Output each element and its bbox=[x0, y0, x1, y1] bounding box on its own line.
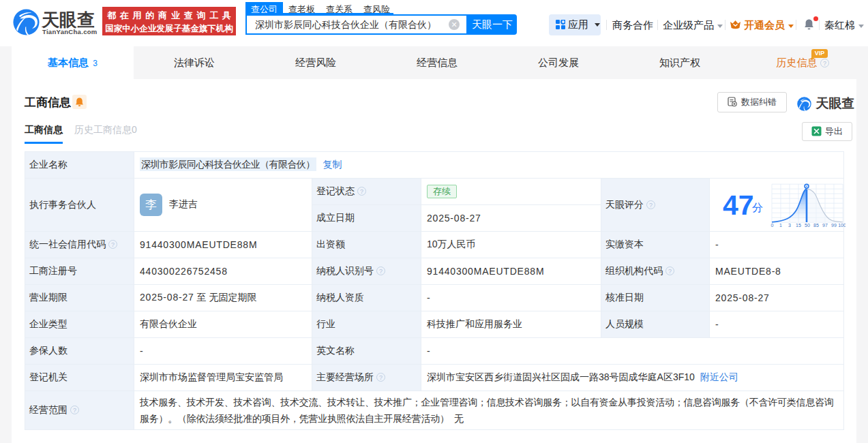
svg-text:?: ? bbox=[668, 268, 672, 275]
svg-text:?: ? bbox=[379, 374, 383, 381]
svg-text:?: ? bbox=[360, 188, 363, 195]
svg-text:99: 99 bbox=[831, 223, 837, 228]
svg-text:3: 3 bbox=[788, 223, 791, 228]
svg-text:50: 50 bbox=[805, 223, 810, 228]
svg-text:?: ? bbox=[73, 407, 76, 414]
svg-text:97: 97 bbox=[822, 223, 828, 228]
svg-text:?: ? bbox=[111, 241, 115, 248]
svg-text:?: ? bbox=[379, 268, 383, 275]
svg-text:?: ? bbox=[649, 201, 653, 208]
svg-text:1: 1 bbox=[779, 223, 782, 228]
svg-text:?: ? bbox=[822, 60, 826, 67]
svg-text:100: 100 bbox=[838, 223, 845, 228]
svg-text:0: 0 bbox=[771, 223, 774, 228]
svg-text:15: 15 bbox=[796, 223, 801, 228]
svg-text:85: 85 bbox=[813, 223, 819, 228]
